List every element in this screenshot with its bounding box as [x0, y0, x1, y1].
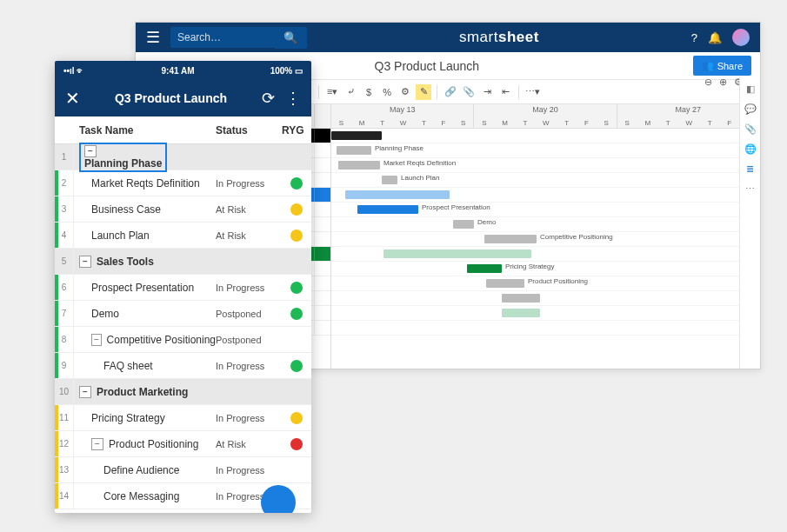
- status-bar: ••ıl ᯤ 9:41 AM 100% ▭: [55, 61, 311, 80]
- gantt-row[interactable]: Product Positioning: [331, 276, 760, 291]
- kebab-icon[interactable]: ⋮: [285, 89, 301, 108]
- list-item[interactable]: 12−Product PositioningAt Risk: [55, 431, 311, 457]
- gantt-bar[interactable]: [383, 249, 531, 258]
- highlight-button[interactable]: ✎: [416, 84, 431, 100]
- list-item[interactable]: 2Market Reqts DefinitionIn Progress: [55, 170, 311, 196]
- ryg-dot: [290, 438, 303, 450]
- gantt-bar[interactable]: [357, 205, 418, 214]
- gantt-chart: May 13SMTWTFSMay 20SMTWTFSMay 27SMTWTFS …: [331, 104, 760, 369]
- status-battery: 100% ▭: [270, 66, 303, 76]
- gantt-bar-label: Market Reqts Definition: [383, 159, 456, 167]
- expand-toggle[interactable]: −: [79, 386, 91, 398]
- gantt-bar[interactable]: [502, 294, 540, 303]
- gantt-row[interactable]: Launch Plan: [331, 173, 760, 188]
- comments-icon[interactable]: 💬: [744, 103, 757, 115]
- more-button[interactable]: ⋯▾: [524, 84, 540, 100]
- avatar[interactable]: [732, 29, 750, 46]
- gantt-row[interactable]: Market Reqts Definition: [331, 158, 760, 173]
- gantt-row[interactable]: Competitive Positioning: [331, 232, 760, 247]
- gantt-bar[interactable]: [502, 309, 540, 317]
- bell-icon[interactable]: 🔔: [708, 31, 722, 44]
- list-item[interactable]: 6Prospect PresentationIn Progress: [55, 275, 311, 301]
- mobile-column-headers: Task Name Status RYG: [55, 116, 311, 144]
- help-icon[interactable]: ?: [691, 31, 697, 44]
- indent-button[interactable]: ⇥: [479, 84, 495, 100]
- gantt-bar-label: Prospect Presentation: [422, 203, 490, 211]
- ellipsis-icon[interactable]: ⋯: [745, 183, 755, 195]
- gantt-row[interactable]: [331, 188, 760, 203]
- gantt-row[interactable]: [331, 306, 760, 321]
- gantt-row[interactable]: Pricing Strategy: [331, 262, 760, 276]
- list-item[interactable]: 4Launch PlanAt Risk: [55, 223, 311, 249]
- gantt-bar-label: Product Positioning: [528, 277, 588, 285]
- expand-toggle[interactable]: −: [91, 438, 103, 450]
- list-item[interactable]: 10−Product Marketing: [55, 379, 311, 405]
- brand-logo: smartsheet: [307, 29, 691, 46]
- outdent-button[interactable]: ⇤: [497, 84, 513, 100]
- list-item[interactable]: 8−Competitive PositioningPostponed: [55, 327, 311, 353]
- refresh-icon[interactable]: ⟳: [262, 89, 275, 108]
- ryg-dot: [290, 282, 303, 294]
- ryg-dot: [290, 360, 303, 372]
- expand-toggle[interactable]: −: [91, 334, 102, 346]
- percent-button[interactable]: %: [379, 84, 395, 100]
- gantt-bar-label: Planning Phase: [375, 144, 424, 152]
- search-icon: 🔍: [283, 31, 298, 44]
- close-icon[interactable]: ✕: [65, 88, 80, 109]
- gantt-row[interactable]: [331, 321, 760, 336]
- gantt-bar[interactable]: [382, 176, 397, 184]
- list-item[interactable]: 11Pricing StrategyIn Progress: [55, 405, 311, 431]
- gantt-bar[interactable]: [345, 190, 450, 199]
- gantt-bar[interactable]: [486, 279, 524, 288]
- globe-icon[interactable]: 🌐: [744, 143, 757, 155]
- gantt-bar[interactable]: [484, 235, 537, 243]
- col-ryg[interactable]: RYG: [282, 124, 311, 136]
- currency-button[interactable]: $: [361, 84, 377, 100]
- col-task-name[interactable]: Task Name: [74, 124, 216, 136]
- gantt-row[interactable]: Planning Phase: [331, 143, 760, 158]
- gantt-row[interactable]: Demo: [331, 217, 760, 232]
- menu-icon[interactable]: ☰: [146, 28, 160, 47]
- gantt-bar[interactable]: [453, 220, 474, 229]
- col-status[interactable]: Status: [216, 124, 282, 136]
- gantt-row[interactable]: [331, 291, 760, 306]
- ryg-dot: [290, 203, 303, 216]
- ryg-dot: [290, 412, 303, 424]
- list-item[interactable]: 3Business CaseAt Risk: [55, 196, 311, 223]
- align-button[interactable]: ≡▾: [324, 84, 340, 100]
- fab-add-button[interactable]: [261, 485, 296, 513]
- gantt-row[interactable]: Prospect Presentation: [331, 203, 760, 217]
- top-bar: ☰ 🔍 smartsheet ? 🔔: [136, 23, 760, 52]
- gantt-row[interactable]: [331, 129, 760, 143]
- list-item[interactable]: 9FAQ sheetIn Progress: [55, 353, 311, 379]
- attachments-icon[interactable]: 📎: [744, 123, 757, 135]
- search-input[interactable]: [170, 27, 275, 48]
- link-icon[interactable]: 🔗: [443, 84, 458, 100]
- calendar-header: May 13SMTWTFSMay 20SMTWTFSMay 27SMTWTFS: [331, 104, 760, 129]
- gantt-bar[interactable]: [467, 264, 502, 273]
- attach-icon[interactable]: 📎: [461, 84, 477, 100]
- mobile-header: ✕ Q3 Product Launch ⟳ ⋮: [55, 80, 311, 116]
- wrap-button[interactable]: ⤶: [343, 84, 358, 100]
- details-icon[interactable]: ◧: [746, 83, 755, 95]
- zoom-in-icon[interactable]: ⊕: [719, 76, 727, 88]
- share-button[interactable]: 👥Share: [693, 56, 751, 76]
- format-button[interactable]: ⚙: [397, 84, 413, 100]
- layers-icon[interactable]: ≣: [746, 163, 754, 175]
- gantt-bar-label: Pricing Strategy: [505, 263, 554, 270]
- gantt-bar-label: Launch Plan: [401, 174, 439, 182]
- list-item[interactable]: 1− Planning Phase: [55, 144, 311, 170]
- gantt-bar[interactable]: [331, 131, 382, 140]
- list-item[interactable]: 5−Sales Tools: [55, 249, 311, 275]
- ryg-dot: [290, 177, 303, 190]
- zoom-out-icon[interactable]: ⊖: [704, 76, 712, 88]
- gantt-row[interactable]: [331, 247, 760, 262]
- expand-toggle[interactable]: −: [84, 145, 97, 157]
- list-item[interactable]: 13Define AudienceIn Progress: [55, 457, 311, 483]
- expand-toggle[interactable]: −: [79, 256, 91, 268]
- gantt-bar[interactable]: [337, 146, 371, 155]
- ryg-dot: [290, 229, 303, 242]
- list-item[interactable]: 7DemoPostponed: [55, 301, 311, 327]
- search-button[interactable]: 🔍: [275, 27, 307, 49]
- gantt-bar[interactable]: [338, 161, 380, 170]
